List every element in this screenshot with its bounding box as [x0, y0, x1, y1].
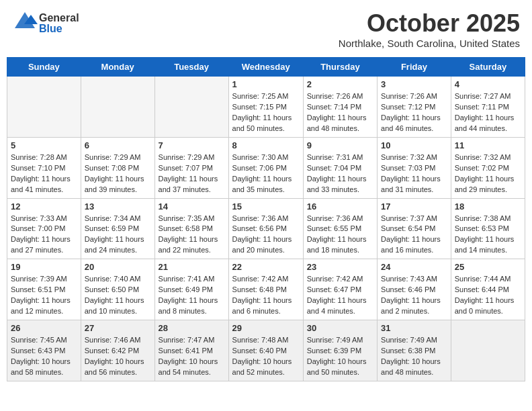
day-info: Sunrise: 7:34 AM Sunset: 6:59 PM Dayligh… [85, 214, 151, 257]
calendar-cell: 8Sunrise: 7:30 AM Sunset: 7:06 PM Daylig… [228, 137, 303, 198]
day-info: Sunrise: 7:36 AM Sunset: 6:55 PM Dayligh… [307, 214, 373, 257]
calendar-cell: 11Sunrise: 7:32 AM Sunset: 7:02 PM Dayli… [451, 137, 525, 198]
day-number: 1 [232, 79, 300, 89]
day-number: 4 [455, 79, 521, 89]
day-number: 18 [455, 201, 521, 212]
calendar-cell: 15Sunrise: 7:36 AM Sunset: 6:56 PM Dayli… [228, 198, 303, 259]
day-info: Sunrise: 7:40 AM Sunset: 6:50 PM Dayligh… [85, 274, 151, 317]
page-header: General Blue October 2025 Northlake, Sou… [7, 7, 525, 52]
calendar-cell: 6Sunrise: 7:29 AM Sunset: 7:08 PM Daylig… [81, 137, 154, 198]
calendar-cell: 31Sunrise: 7:49 AM Sunset: 6:38 PM Dayli… [378, 320, 451, 381]
calendar-cell: 26Sunrise: 7:45 AM Sunset: 6:43 PM Dayli… [7, 320, 81, 381]
column-header-monday: Monday [81, 58, 154, 77]
day-number: 12 [11, 201, 77, 212]
calendar-cell [154, 77, 228, 138]
day-number: 31 [381, 323, 447, 333]
column-header-thursday: Thursday [303, 58, 377, 77]
month-title: October 2025 [339, 9, 520, 38]
calendar-week-row: 12Sunrise: 7:33 AM Sunset: 7:00 PM Dayli… [7, 198, 525, 259]
calendar-cell: 29Sunrise: 7:48 AM Sunset: 6:40 PM Dayli… [228, 320, 303, 381]
day-number: 20 [85, 262, 151, 272]
day-number: 10 [381, 140, 447, 150]
day-number: 13 [85, 201, 151, 212]
day-number: 23 [307, 262, 373, 272]
day-info: Sunrise: 7:25 AM Sunset: 7:15 PM Dayligh… [232, 91, 300, 134]
day-info: Sunrise: 7:42 AM Sunset: 6:48 PM Dayligh… [232, 274, 300, 317]
calendar-week-row: 1Sunrise: 7:25 AM Sunset: 7:15 PM Daylig… [7, 77, 525, 138]
calendar-cell: 12Sunrise: 7:33 AM Sunset: 7:00 PM Dayli… [7, 198, 81, 259]
calendar-cell: 7Sunrise: 7:29 AM Sunset: 7:07 PM Daylig… [154, 137, 228, 198]
day-info: Sunrise: 7:31 AM Sunset: 7:04 PM Dayligh… [307, 152, 373, 195]
day-info: Sunrise: 7:45 AM Sunset: 6:43 PM Dayligh… [11, 335, 77, 378]
calendar-cell: 21Sunrise: 7:41 AM Sunset: 6:49 PM Dayli… [154, 259, 228, 320]
day-number: 7 [159, 140, 225, 150]
day-number: 29 [232, 323, 300, 333]
calendar-cell: 13Sunrise: 7:34 AM Sunset: 6:59 PM Dayli… [81, 198, 154, 259]
day-info: Sunrise: 7:27 AM Sunset: 7:11 PM Dayligh… [455, 91, 521, 134]
day-info: Sunrise: 7:28 AM Sunset: 7:10 PM Dayligh… [11, 152, 77, 195]
calendar-week-row: 26Sunrise: 7:45 AM Sunset: 6:43 PM Dayli… [7, 320, 525, 381]
day-number: 2 [307, 79, 373, 89]
column-header-friday: Friday [378, 58, 451, 77]
calendar-cell: 18Sunrise: 7:38 AM Sunset: 6:53 PM Dayli… [451, 198, 525, 259]
calendar-cell: 16Sunrise: 7:36 AM Sunset: 6:55 PM Dayli… [303, 198, 377, 259]
day-number: 25 [455, 262, 521, 272]
calendar-header-row: SundayMondayTuesdayWednesdayThursdayFrid… [7, 58, 525, 77]
day-info: Sunrise: 7:43 AM Sunset: 6:46 PM Dayligh… [381, 274, 447, 317]
day-info: Sunrise: 7:39 AM Sunset: 6:51 PM Dayligh… [11, 274, 77, 317]
day-info: Sunrise: 7:26 AM Sunset: 7:14 PM Dayligh… [307, 91, 373, 134]
day-info: Sunrise: 7:30 AM Sunset: 7:06 PM Dayligh… [232, 152, 300, 195]
calendar-cell: 5Sunrise: 7:28 AM Sunset: 7:10 PM Daylig… [7, 137, 81, 198]
day-number: 24 [381, 262, 447, 272]
day-number: 5 [11, 140, 77, 150]
calendar-cell: 9Sunrise: 7:31 AM Sunset: 7:04 PM Daylig… [303, 137, 377, 198]
day-number: 16 [307, 201, 373, 212]
day-info: Sunrise: 7:48 AM Sunset: 6:40 PM Dayligh… [232, 335, 300, 378]
logo-words: General Blue [39, 13, 79, 34]
day-number: 21 [159, 262, 225, 272]
logo-general-text: General [39, 13, 79, 24]
day-info: Sunrise: 7:29 AM Sunset: 7:07 PM Dayligh… [159, 152, 225, 195]
day-info: Sunrise: 7:46 AM Sunset: 6:42 PM Dayligh… [85, 335, 151, 378]
logo-blue-text: Blue [39, 24, 79, 34]
day-number: 28 [159, 323, 225, 333]
calendar-cell [451, 320, 525, 381]
calendar-week-row: 5Sunrise: 7:28 AM Sunset: 7:10 PM Daylig… [7, 137, 525, 198]
column-header-tuesday: Tuesday [154, 58, 228, 77]
day-info: Sunrise: 7:26 AM Sunset: 7:12 PM Dayligh… [381, 91, 447, 134]
day-number: 14 [159, 201, 225, 212]
title-block: October 2025 Northlake, South Carolina, … [339, 9, 520, 49]
calendar-cell: 23Sunrise: 7:42 AM Sunset: 6:47 PM Dayli… [303, 259, 377, 320]
day-info: Sunrise: 7:35 AM Sunset: 6:58 PM Dayligh… [159, 214, 225, 257]
calendar-cell [81, 77, 154, 138]
day-info: Sunrise: 7:49 AM Sunset: 6:38 PM Dayligh… [381, 335, 447, 378]
day-number: 26 [11, 323, 77, 333]
calendar-cell: 28Sunrise: 7:47 AM Sunset: 6:41 PM Dayli… [154, 320, 228, 381]
calendar-cell: 27Sunrise: 7:46 AM Sunset: 6:42 PM Dayli… [81, 320, 154, 381]
calendar-table: SundayMondayTuesdayWednesdayThursdayFrid… [7, 57, 525, 381]
calendar-cell: 20Sunrise: 7:40 AM Sunset: 6:50 PM Dayli… [81, 259, 154, 320]
day-info: Sunrise: 7:36 AM Sunset: 6:56 PM Dayligh… [232, 214, 300, 257]
calendar-cell [7, 77, 81, 138]
day-number: 8 [232, 140, 300, 150]
day-info: Sunrise: 7:38 AM Sunset: 6:53 PM Dayligh… [455, 214, 521, 257]
location-text: Northlake, South Carolina, United States [339, 38, 520, 49]
day-number: 3 [381, 79, 447, 89]
day-info: Sunrise: 7:29 AM Sunset: 7:08 PM Dayligh… [85, 152, 151, 195]
day-number: 19 [11, 262, 77, 272]
column-header-sunday: Sunday [7, 58, 81, 77]
logo: General Blue [12, 9, 79, 38]
day-number: 6 [85, 140, 151, 150]
column-header-saturday: Saturday [451, 58, 525, 77]
calendar-cell: 10Sunrise: 7:32 AM Sunset: 7:03 PM Dayli… [378, 137, 451, 198]
calendar-cell: 22Sunrise: 7:42 AM Sunset: 6:48 PM Dayli… [228, 259, 303, 320]
day-info: Sunrise: 7:44 AM Sunset: 6:44 PM Dayligh… [455, 274, 521, 317]
calendar-cell: 1Sunrise: 7:25 AM Sunset: 7:15 PM Daylig… [228, 77, 303, 138]
calendar-week-row: 19Sunrise: 7:39 AM Sunset: 6:51 PM Dayli… [7, 259, 525, 320]
day-info: Sunrise: 7:32 AM Sunset: 7:02 PM Dayligh… [455, 152, 521, 195]
day-number: 17 [381, 201, 447, 212]
day-number: 9 [307, 140, 373, 150]
day-info: Sunrise: 7:42 AM Sunset: 6:47 PM Dayligh… [307, 274, 373, 317]
day-info: Sunrise: 7:47 AM Sunset: 6:41 PM Dayligh… [159, 335, 225, 378]
calendar-cell: 19Sunrise: 7:39 AM Sunset: 6:51 PM Dayli… [7, 259, 81, 320]
